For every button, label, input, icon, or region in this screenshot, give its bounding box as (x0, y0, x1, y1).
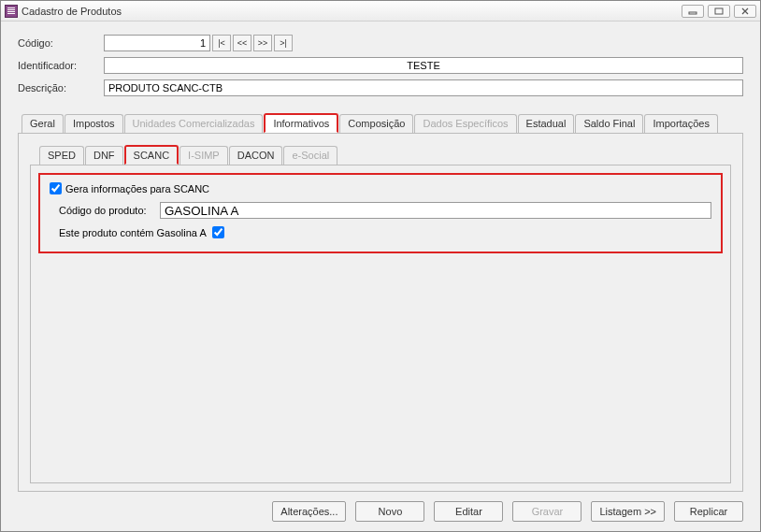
tab-composicao[interactable]: Composição (339, 114, 413, 134)
svg-rect-1 (715, 8, 723, 14)
window-frame: Cadastro de Produtos Código: |< << >> >|… (0, 0, 761, 532)
contem-gasolina-checkbox[interactable] (212, 226, 224, 238)
tab-pane-main: SPED DNF SCANC I-SIMP DACON e-Social Ger… (18, 133, 743, 492)
codigo-label: Código: (18, 37, 104, 49)
gera-scanc-checkbox[interactable] (50, 182, 62, 194)
tab-informativos[interactable]: Informativos (264, 113, 338, 133)
button-bar: Alterações... Novo Editar Gravar Listage… (18, 492, 743, 522)
content-area: Código: |< << >> >| Identificador: TESTE… (1, 22, 760, 531)
tabs-main: Geral Impostos Unidades Comercializadas … (18, 113, 743, 133)
subtab-dacon[interactable]: DACON (229, 146, 283, 165)
minimize-button[interactable] (682, 5, 704, 18)
subtab-isimp[interactable]: I-SIMP (179, 146, 228, 165)
tab-impostos[interactable]: Impostos (65, 114, 123, 134)
novo-button[interactable]: Novo (355, 501, 424, 522)
nav-prev-button[interactable]: << (233, 35, 251, 51)
tab-importacoes[interactable]: Importações (644, 114, 718, 134)
maximize-button[interactable] (708, 5, 730, 18)
identificador-label: Identificador: (18, 60, 104, 71)
sub-pane: Gera informações para SCANC Código do pr… (30, 165, 731, 483)
tabs-sub: SPED DNF SCANC I-SIMP DACON e-Social (30, 145, 731, 165)
nav-last-button[interactable]: >| (274, 35, 293, 51)
nav-next-button[interactable]: >> (253, 35, 272, 51)
window-title: Cadastro de Produtos (22, 6, 682, 17)
alteracoes-button[interactable]: Alterações... (272, 501, 346, 522)
editar-button[interactable]: Editar (434, 501, 503, 522)
descricao-input[interactable] (104, 79, 743, 96)
titlebar[interactable]: Cadastro de Produtos (1, 1, 760, 22)
nav-first-button[interactable]: |< (212, 35, 231, 51)
subtab-sped[interactable]: SPED (39, 146, 84, 165)
scanc-highlight-box: Gera informações para SCANC Código do pr… (38, 173, 723, 253)
codigo-produto-input[interactable] (160, 202, 711, 219)
tab-geral[interactable]: Geral (22, 114, 64, 134)
codigo-produto-label: Código do produto: (59, 205, 160, 216)
replicar-button[interactable]: Replicar (674, 501, 743, 522)
identificador-value[interactable]: TESTE (104, 57, 743, 74)
codigo-input[interactable] (104, 35, 210, 51)
tab-estadual[interactable]: Estadual (518, 114, 575, 134)
svg-rect-0 (689, 12, 696, 14)
subtab-scanc[interactable]: SCANC (124, 145, 179, 165)
app-icon (5, 5, 18, 18)
listagem-button[interactable]: Listagem >> (591, 501, 665, 522)
tab-unidades[interactable]: Unidades Comercializadas (124, 114, 264, 134)
gravar-button[interactable]: Gravar (512, 501, 582, 522)
tab-saldo-final[interactable]: Saldo Final (575, 114, 643, 134)
subtab-dnf[interactable]: DNF (85, 146, 123, 165)
gera-scanc-label: Gera informações para SCANC (65, 183, 209, 194)
close-button[interactable] (734, 5, 756, 18)
subtab-esocial[interactable]: e-Social (283, 146, 337, 165)
contem-gasolina-label: Este produto contém Gasolina A (59, 227, 207, 238)
descricao-label: Descrição: (18, 82, 104, 93)
tab-dados-especificos[interactable]: Dados Específicos (414, 114, 516, 134)
